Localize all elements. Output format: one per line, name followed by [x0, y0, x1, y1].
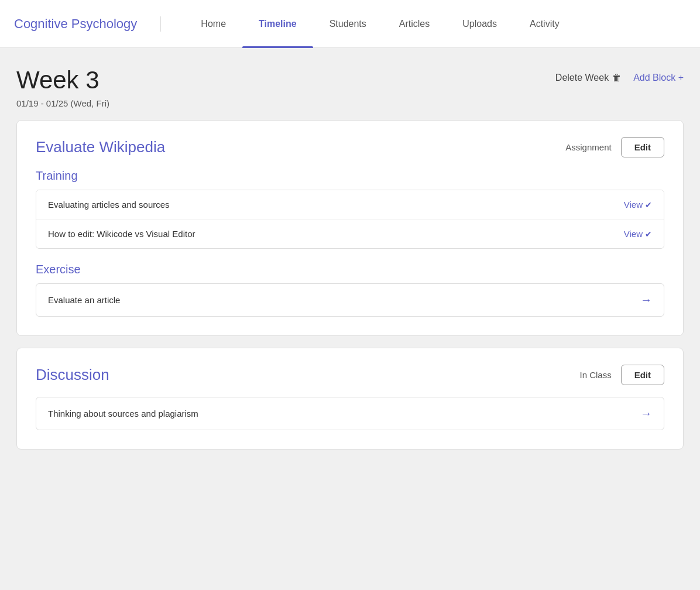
exercise-item-evaluate-article[interactable]: Evaluate an article→	[36, 283, 664, 317]
delete-week-button[interactable]: Delete Week 🗑	[555, 73, 622, 83]
exercise-text-evaluate-article: Evaluate an article	[48, 295, 120, 305]
card-title-evaluate-wikipedia: Evaluate Wikipedia	[36, 138, 165, 156]
week-title: Week 3	[16, 67, 109, 94]
training-item-evaluating-articles: Evaluating articles and sourcesView ✔	[36, 190, 664, 219]
nav-item-articles[interactable]: Articles	[383, 0, 446, 48]
week-header: Week 3 01/19 - 01/25 (Wed, Fri) Delete W…	[16, 67, 684, 108]
card-header-discussion: DiscussionIn ClassEdit	[36, 365, 664, 385]
week-dates: 01/19 - 01/25 (Wed, Fri)	[16, 98, 109, 108]
card-discussion: DiscussionIn ClassEditThinking about sou…	[16, 348, 684, 450]
section-label-exercise: Exercise	[36, 263, 664, 276]
training-list-training: Evaluating articles and sourcesView ✔How…	[36, 190, 664, 249]
check-icon-how-to-edit: ✔	[645, 229, 652, 239]
edit-button-evaluate-wikipedia[interactable]: Edit	[621, 137, 664, 157]
discussion-arrow-icon-thinking-about-sources: →	[640, 407, 652, 420]
discussion-item-thinking-about-sources[interactable]: Thinking about sources and plagiarism→	[36, 397, 664, 430]
discussion-text-thinking-about-sources: Thinking about sources and plagiarism	[48, 409, 198, 419]
training-text-evaluating-articles: Evaluating articles and sources	[48, 200, 170, 210]
week-actions: Delete Week 🗑 Add Block +	[555, 73, 684, 83]
card-evaluate-wikipedia: Evaluate WikipediaAssignmentEditTraining…	[16, 120, 684, 336]
nav-item-students[interactable]: Students	[313, 0, 383, 48]
nav-item-home[interactable]: Home	[184, 0, 242, 48]
arrow-icon-evaluate-article: →	[640, 293, 652, 307]
card-title-discussion: Discussion	[36, 366, 109, 384]
training-item-how-to-edit: How to edit: Wikicode vs Visual EditorVi…	[36, 219, 664, 248]
view-link-how-to-edit[interactable]: View ✔	[624, 229, 652, 239]
card-meta-evaluate-wikipedia: AssignmentEdit	[565, 137, 664, 157]
delete-week-label: Delete Week	[555, 73, 609, 83]
nav-item-uploads[interactable]: Uploads	[446, 0, 513, 48]
header: Cognitive Psychology HomeTimelineStudent…	[0, 0, 700, 48]
card-meta-discussion: In ClassEdit	[579, 365, 664, 385]
section-label-training: Training	[36, 169, 664, 183]
nav-item-activity[interactable]: Activity	[513, 0, 576, 48]
card-type-discussion: In Class	[579, 370, 611, 380]
nav-item-timeline[interactable]: Timeline	[242, 0, 313, 48]
edit-button-discussion[interactable]: Edit	[621, 365, 664, 385]
card-type-evaluate-wikipedia: Assignment	[565, 142, 611, 152]
view-link-evaluating-articles[interactable]: View ✔	[624, 200, 652, 210]
trash-icon: 🗑	[612, 73, 622, 83]
cards-container: Evaluate WikipediaAssignmentEditTraining…	[16, 120, 684, 450]
brand-link[interactable]: Cognitive Psychology	[14, 16, 161, 32]
week-title-block: Week 3 01/19 - 01/25 (Wed, Fri)	[16, 67, 109, 108]
card-header-evaluate-wikipedia: Evaluate WikipediaAssignmentEdit	[36, 137, 664, 157]
training-text-how-to-edit: How to edit: Wikicode vs Visual Editor	[48, 229, 195, 239]
add-block-button[interactable]: Add Block +	[633, 73, 684, 83]
page-content: Week 3 01/19 - 01/25 (Wed, Fri) Delete W…	[0, 48, 700, 480]
main-nav: HomeTimelineStudentsArticlesUploadsActiv…	[184, 0, 575, 47]
check-icon-evaluating-articles: ✔	[645, 200, 652, 210]
